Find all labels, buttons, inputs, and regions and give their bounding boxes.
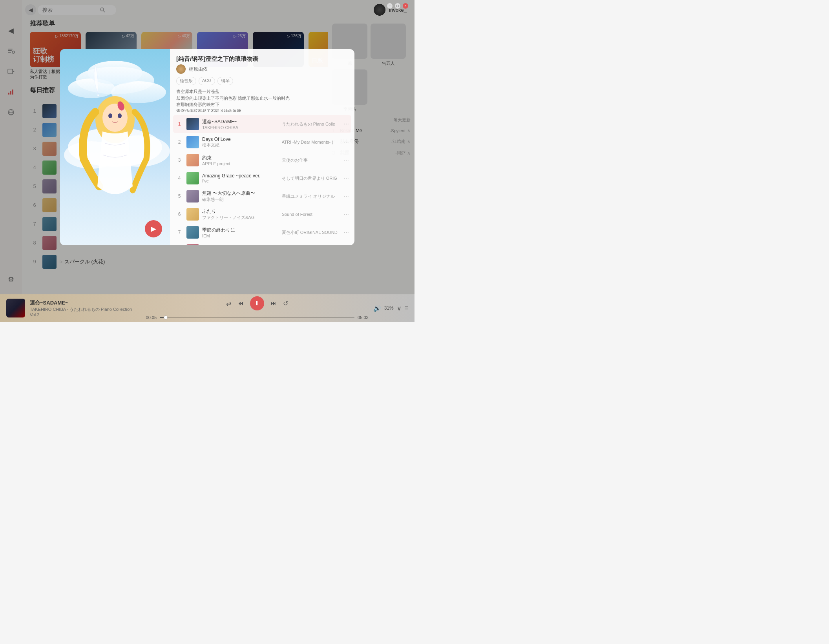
player-title: 運命~SADAME~	[30, 299, 141, 306]
track-thumbnail	[186, 154, 199, 166]
close-btn[interactable]: ×	[403, 3, 408, 9]
svg-point-25	[118, 113, 122, 118]
track-thumbnail	[186, 136, 199, 148]
queue-button[interactable]: ≡	[405, 305, 408, 312]
track-album: 夏色小町 ORIGINAL SOUND	[282, 230, 341, 235]
album-art-svg	[60, 49, 170, 245]
progress-bar[interactable]	[160, 317, 354, 318]
track-album: うたわれるもの Piano Colle	[282, 121, 341, 127]
track-album: 天使のお仕事	[282, 157, 341, 163]
chevron-down-button[interactable]: ∨	[397, 305, 402, 312]
track-name: 約束	[202, 155, 282, 161]
minimize-btn[interactable]: −	[387, 3, 393, 9]
modal-overlay[interactable]: ▶ [纯音/钢琴]澄空之下的琅琅物语 楠原由依 轻音乐 ACG 钢琴 青空原本只…	[0, 0, 414, 294]
modal-track-row[interactable]: 8 黄金の午後 ファクトリー・ノイズ&AG Sound of Forest ··…	[173, 241, 351, 245]
track-name: Amazing Grace ~peace ver.	[202, 173, 282, 179]
track-album: Sound of Forest	[282, 212, 341, 217]
modal-tags: 轻音乐 ACG 钢琴	[176, 77, 348, 85]
modal-artist-avatar	[176, 64, 186, 74]
track-name: 季節の終わりに	[202, 227, 282, 234]
track-info: 約束 APPLE project	[202, 155, 282, 166]
track-info: 黄金の午後 ファクトリー・ノイズ&AG	[202, 244, 282, 245]
track-name: 運命~SADAME~	[202, 119, 282, 125]
track-artist: 松本文紀	[202, 142, 282, 148]
track-number: 3	[175, 157, 183, 163]
track-number: 2	[175, 139, 183, 145]
track-thumbnail	[186, 118, 199, 130]
player-subtitle: TAKEHIRO CHIBA · うたわれるもの Piano Collectio…	[30, 306, 141, 317]
volume-icon[interactable]: 🔊	[373, 305, 381, 312]
modal-track-row[interactable]: 7 季節の終わりに IEM 夏色小町 ORIGINAL SOUND ···	[173, 223, 351, 241]
modal-artist-row: 楠原由依	[176, 64, 348, 74]
more-icon[interactable]: ···	[344, 139, 349, 146]
track-artist: I've	[202, 179, 282, 183]
shuffle-button[interactable]: ⇄	[226, 300, 231, 307]
track-name: Days Of Love	[202, 137, 282, 142]
progress-row: 00:05 05:03	[146, 315, 369, 320]
modal-album-title: [纯音/钢琴]澄空之下的琅琅物语	[176, 55, 348, 63]
track-info: Days Of Love 松本文紀	[202, 137, 282, 148]
total-time: 05:03	[358, 315, 369, 320]
track-name: 無題 〜大切な入へ原曲〜	[202, 190, 282, 197]
track-artist: APPLE project	[202, 161, 282, 166]
maximize-btn[interactable]: □	[395, 3, 400, 9]
modal-artist-name: 楠原由依	[189, 66, 208, 73]
current-time: 00:05	[146, 315, 157, 320]
track-info: 季節の終わりに IEM	[202, 227, 282, 238]
modal-track-row[interactable]: 4 Amazing Grace ~peace ver. I've そして明日の世…	[173, 169, 351, 187]
modal-description: 青空原本只是一片苍蓝 却因你的出现染上了不同的色彩 惊绝了那如止水一般的时光 在…	[176, 88, 348, 112]
track-info: ふたり ファクトリー・ノイズ&AG	[202, 208, 282, 221]
modal-track-row[interactable]: 1 運命~SADAME~ TAKEHIRO CHIBA うたわれるもの Pian…	[173, 115, 351, 133]
track-info: 無題 〜大切な入へ原曲〜 確氷悠一朗	[202, 190, 282, 203]
modal-tracklist: 1 運命~SADAME~ TAKEHIRO CHIBA うたわれるもの Pian…	[170, 115, 354, 245]
player-thumbnail	[6, 299, 25, 317]
player-info: 運命~SADAME~ TAKEHIRO CHIBA · うたわれるもの Pian…	[30, 299, 141, 317]
more-icon[interactable]: ···	[344, 229, 349, 236]
track-number: 1	[175, 121, 183, 127]
track-number: 6	[175, 212, 183, 217]
player-right: 🔊 31% ∨ ≡	[373, 305, 408, 312]
tag-0[interactable]: 轻音乐	[176, 77, 196, 85]
volume-value: 31%	[384, 305, 394, 311]
modal-info: [纯音/钢琴]澄空之下的琅琅物语 楠原由依 轻音乐 ACG 钢琴 青空原本只是一…	[170, 49, 354, 245]
repeat-button[interactable]: ↺	[283, 300, 288, 307]
tag-2[interactable]: 钢琴	[217, 77, 233, 85]
track-thumbnail	[186, 208, 199, 221]
track-info: 運命~SADAME~ TAKEHIRO CHIBA	[202, 119, 282, 130]
more-icon[interactable]: ···	[344, 120, 349, 128]
track-artist: ファクトリー・ノイズ&AG	[202, 215, 282, 221]
more-icon[interactable]: ···	[344, 175, 349, 182]
modal-art: ▶	[60, 49, 170, 245]
track-album: 星織ユメミライ オリジナル	[282, 193, 341, 199]
player-controls: ⇄ ⏮ ⏸ ⏭ ↺ 00:05 05:03	[146, 296, 369, 320]
track-album: そして明日の世界より ORIG	[282, 175, 341, 181]
modal-track-row[interactable]: 2 Days Of Love 松本文紀 ATRI -My Dear Moment…	[173, 133, 351, 151]
track-thumbnail	[186, 172, 199, 184]
modal-play-button[interactable]: ▶	[145, 220, 162, 237]
tag-1[interactable]: ACG	[199, 77, 215, 85]
track-info: Amazing Grace ~peace ver. I've	[202, 173, 282, 183]
track-number: 5	[175, 193, 183, 199]
more-icon[interactable]: ···	[344, 193, 349, 200]
track-album: ATRI -My Dear Moments- (	[282, 140, 341, 144]
modal: ▶ [纯音/钢琴]澄空之下的琅琅物语 楠原由依 轻音乐 ACG 钢琴 青空原本只…	[60, 49, 354, 245]
track-artist: TAKEHIRO CHIBA	[202, 125, 282, 130]
modal-track-row[interactable]: 5 無題 〜大切な入へ原曲〜 確氷悠一朗 星織ユメミライ オリジナル ···	[173, 187, 351, 205]
more-icon[interactable]: ···	[344, 211, 349, 218]
controls-row: ⇄ ⏮ ⏸ ⏭ ↺	[226, 296, 288, 310]
player-bar: 運命~SADAME~ TAKEHIRO CHIBA · うたわれるもの Pian…	[0, 294, 414, 322]
more-icon[interactable]: ···	[344, 157, 349, 164]
next-button[interactable]: ⏭	[270, 300, 277, 307]
play-pause-button[interactable]: ⏸	[250, 296, 264, 310]
modal-track-row[interactable]: 6 ふたり ファクトリー・ノイズ&AG Sound of Forest ···	[173, 205, 351, 223]
track-thumbnail	[186, 244, 199, 245]
modal-header: [纯音/钢琴]澄空之下的琅琅物语 楠原由依 轻音乐 ACG 钢琴 青空原本只是一…	[170, 49, 354, 115]
track-thumbnail	[186, 190, 199, 203]
track-number: 7	[175, 230, 183, 235]
track-artist: IEM	[202, 234, 282, 238]
modal-track-row[interactable]: 3 約束 APPLE project 天使のお仕事 ···	[173, 151, 351, 169]
track-name: ふたり	[202, 208, 282, 215]
svg-point-24	[108, 113, 112, 118]
track-thumbnail	[186, 226, 199, 239]
prev-button[interactable]: ⏮	[237, 300, 244, 307]
